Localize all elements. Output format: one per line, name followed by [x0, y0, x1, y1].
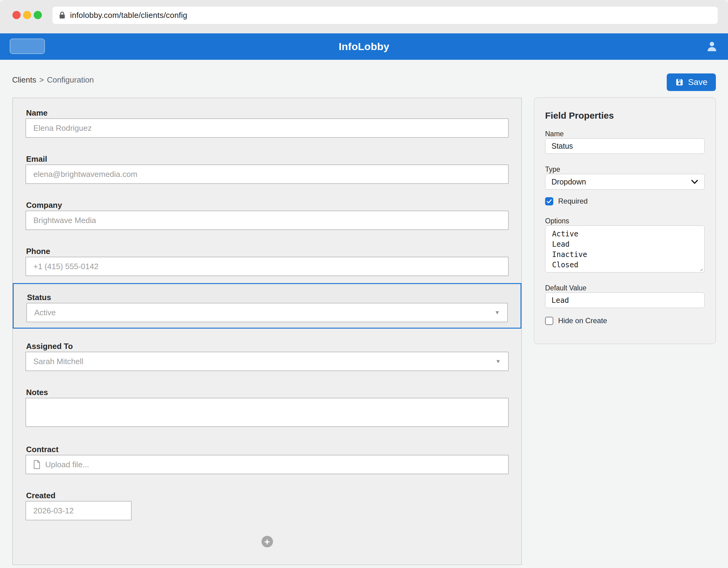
user-icon[interactable] — [706, 41, 718, 52]
field-row-assigned-to: Assigned To Sarah Mitchell ▼ — [25, 341, 509, 371]
field-label-company: Company — [26, 200, 509, 211]
field-label-status: Status — [27, 292, 508, 303]
field-properties-panel: Field Properties Name Type Dropdown Requ… — [534, 97, 716, 344]
hide-on-create-row: Hide on Create — [545, 316, 705, 325]
field-label-assigned-to: Assigned To — [26, 341, 509, 352]
app-title: InfoLobby — [0, 41, 728, 52]
add-field-row: + — [25, 536, 509, 547]
property-name-label: Name — [545, 129, 705, 138]
field-label-contract: Contract — [26, 444, 509, 455]
hide-on-create-label: Hide on Create — [558, 316, 607, 325]
save-icon — [675, 78, 684, 86]
url-text: infolobby.com/table/clients/config — [70, 11, 187, 20]
menu-button[interactable] — [10, 39, 45, 54]
options-textarea-wrap — [545, 225, 705, 274]
required-checkbox[interactable] — [545, 197, 553, 205]
notes-textarea[interactable] — [25, 398, 509, 427]
options-label: Options — [545, 216, 705, 225]
field-row-notes: Notes — [25, 387, 509, 428]
breadcrumb-separator: > — [39, 75, 44, 84]
assigned-to-select-value: Sarah Mitchell — [33, 357, 83, 366]
field-label-email: Email — [26, 154, 509, 164]
plus-icon: + — [264, 536, 270, 547]
property-type-select[interactable]: Dropdown — [545, 174, 705, 190]
property-type-value: Dropdown — [551, 177, 586, 186]
field-row-email: Email — [25, 154, 509, 184]
field-row-status-selected[interactable]: Status Active ▼ — [13, 283, 521, 329]
lock-icon — [59, 11, 66, 20]
property-type-label: Type — [545, 165, 705, 174]
maximize-window-button[interactable] — [34, 11, 42, 19]
save-label: Save — [688, 77, 707, 87]
name-input[interactable] — [25, 118, 509, 138]
browser-chrome: infolobby.com/table/clients/config — [0, 0, 728, 33]
field-label-phone: Phone — [26, 246, 509, 257]
required-row: Required — [545, 197, 705, 205]
checkmark-icon — [547, 199, 552, 204]
hide-on-create-checkbox[interactable] — [545, 317, 553, 325]
minimize-window-button[interactable] — [23, 11, 31, 19]
required-label: Required — [558, 197, 588, 205]
assigned-to-select[interactable]: Sarah Mitchell ▼ — [25, 352, 509, 371]
upload-placeholder: Upload file... — [45, 460, 89, 469]
field-row-created: Created — [25, 490, 509, 520]
app-header: InfoLobby — [0, 33, 728, 60]
field-row-name: Name — [25, 107, 509, 138]
breadcrumb-parent[interactable]: Clients — [12, 75, 36, 84]
company-input[interactable] — [25, 211, 509, 230]
close-window-button[interactable] — [12, 11, 21, 19]
panel-title: Field Properties — [545, 110, 705, 121]
add-field-button[interactable]: + — [261, 536, 273, 547]
status-select-value: Active — [34, 308, 56, 317]
phone-input[interactable] — [25, 257, 509, 276]
dropdown-arrow-icon: ▼ — [494, 309, 500, 316]
chevron-down-icon — [691, 180, 698, 184]
default-value-input[interactable] — [545, 292, 705, 308]
field-row-status: Status Active ▼ — [26, 292, 508, 322]
save-button[interactable]: Save — [667, 73, 716, 91]
breadcrumb-current: Configuration — [47, 75, 94, 84]
contract-upload[interactable]: Upload file... — [25, 455, 509, 474]
default-value-label: Default Value — [545, 283, 705, 292]
url-bar[interactable]: infolobby.com/table/clients/config — [52, 7, 718, 24]
field-label-created: Created — [26, 490, 509, 501]
property-name-input[interactable] — [545, 138, 705, 154]
file-icon — [33, 460, 40, 469]
created-date-input[interactable] — [25, 501, 132, 520]
field-row-phone: Phone — [25, 246, 509, 276]
field-row-contract: Contract Upload file... — [25, 444, 509, 474]
email-input[interactable] — [25, 164, 509, 184]
field-label-notes: Notes — [26, 387, 509, 398]
options-textarea[interactable] — [545, 225, 705, 272]
breadcrumb: Clients>Configuration — [12, 75, 94, 85]
status-select[interactable]: Active ▼ — [26, 303, 508, 322]
field-label-name: Name — [26, 107, 509, 118]
field-row-company: Company — [25, 200, 509, 230]
record-form-card: Name Email Company Phone Status Active ▼… — [12, 98, 522, 565]
dropdown-arrow-icon: ▼ — [495, 358, 501, 365]
